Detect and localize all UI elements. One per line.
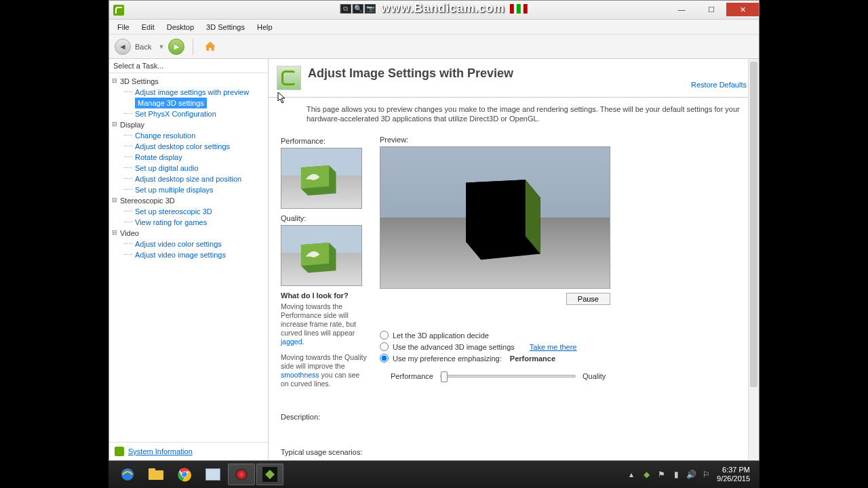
slider-label-quality: Quality — [583, 372, 606, 380]
app-icon — [113, 5, 124, 16]
tray-network-icon[interactable]: ▮ — [671, 469, 682, 480]
svg-point-4 — [182, 472, 186, 476]
nvidia-control-panel-window: — ☐ ✕ File Edit Desktop 3D Settings Help… — [108, 0, 760, 461]
quality-thumbnail — [281, 225, 362, 286]
tree-item-setup-stereo[interactable]: Set up stereoscopic 3D — [111, 206, 267, 217]
nvidia-logo-3d-icon — [294, 161, 341, 198]
maximize-button[interactable]: ☐ — [696, 3, 726, 16]
pause-button[interactable]: Pause — [566, 293, 610, 305]
bandicam-btn-icon: 🔍 — [353, 4, 363, 14]
performance-thumb-label: Performance: — [281, 137, 369, 145]
tree-item-physx[interactable]: Set PhysX Configuration — [111, 108, 267, 119]
tree-item-video-color[interactable]: Adjust video color settings — [111, 239, 267, 249]
jagged-link[interactable]: jagged — [281, 338, 302, 346]
taskbar-chrome-icon[interactable] — [171, 464, 198, 485]
back-button[interactable]: ◄ — [115, 39, 131, 55]
tree-cat-video[interactable]: Video — [111, 228, 267, 239]
help-text-2: Moving towards the Quality side will imp… — [281, 353, 369, 388]
tray-action-icon[interactable]: ⚐ — [701, 469, 711, 480]
bandicam-rec-indicator — [510, 4, 528, 14]
tree-item-manage-3d[interactable]: Manage 3D settings — [135, 98, 207, 108]
vertical-scrollbar[interactable] — [748, 59, 759, 460]
taskbar-ie-icon[interactable] — [114, 464, 141, 485]
separator — [193, 39, 193, 55]
menu-file[interactable]: File — [112, 22, 135, 33]
sidebar: Select a Task... 3D Settings Adjust imag… — [109, 59, 269, 460]
performance-thumbnail — [281, 148, 362, 209]
bandicam-watermark: ⧉ 🔍 📷 www.Bandicam.com — [340, 1, 528, 16]
menu-desktop[interactable]: Desktop — [161, 22, 199, 33]
opt-let-app-decide[interactable]: Let the 3D application decide — [380, 329, 747, 341]
opt-advanced[interactable]: Use the advanced 3D image settingsTake m… — [380, 341, 747, 352]
restore-defaults-link[interactable]: Restore Defaults — [691, 81, 747, 89]
nvidia-logo-3d-icon — [294, 238, 341, 275]
menubar: File Edit Desktop 3D Settings Help — [109, 20, 759, 35]
forward-button[interactable]: ► — [168, 39, 184, 55]
tray-up-icon[interactable]: ▴ — [626, 469, 637, 480]
mouse-cursor-icon — [277, 92, 288, 105]
tree-item-digital-audio[interactable]: Set up digital audio — [111, 163, 267, 174]
back-label: Back — [135, 43, 151, 51]
tree-item-desktop-size[interactable]: Adjust desktop size and position — [111, 174, 267, 184]
toolbar: ◄ Back ▼ ► — [109, 35, 759, 59]
bandicam-btn-icon: ⧉ — [340, 4, 351, 14]
home-icon — [203, 40, 217, 54]
tray-volume-icon[interactable]: 🔊 — [686, 469, 696, 480]
help-text-1: Moving towards the Performance side will… — [281, 302, 369, 346]
page-title: Adjust Image Settings with Preview — [308, 66, 684, 81]
taskbar-date: 9/26/2015 — [717, 474, 750, 483]
menu-help[interactable]: Help — [252, 22, 278, 33]
quality-slider-row: Performance Quality — [391, 372, 747, 380]
taskbar[interactable]: ▴ ◆ ⚑ ▮ 🔊 ⚐ 6:37 PM 9/26/2015 — [108, 461, 760, 488]
slider-thumb[interactable] — [441, 371, 448, 382]
taskbar-explorer-icon[interactable] — [142, 464, 170, 485]
quality-thumb-label: Quality: — [281, 214, 369, 222]
sidebar-header: Select a Task... — [109, 59, 268, 73]
tree-cat-display[interactable]: Display — [111, 119, 267, 130]
minimize-button[interactable]: — — [667, 3, 696, 16]
tree-cat-3d-settings[interactable]: 3D Settings — [111, 76, 267, 87]
page-icon — [277, 66, 301, 90]
main-panel: Adjust Image Settings with Preview Resto… — [269, 59, 759, 460]
settings-mode-group: Let the 3D application decide Use the ad… — [380, 329, 747, 364]
tree-item-adjust-image[interactable]: Adjust image settings with preview — [111, 87, 267, 98]
tree-item-rotate-display[interactable]: Rotate display — [111, 152, 267, 163]
opt-my-preference[interactable]: Use my preference emphasizing:Performanc… — [380, 352, 747, 364]
emphasis-value: Performance — [510, 354, 555, 363]
menu-edit[interactable]: Edit — [136, 22, 160, 33]
home-button[interactable] — [201, 39, 219, 55]
tree-item-desktop-color[interactable]: Adjust desktop color settings — [111, 141, 267, 152]
preview-3d-viewport — [380, 146, 610, 289]
tree-item-change-resolution[interactable]: Change resolution — [111, 130, 267, 141]
taskbar-bandicam-icon[interactable] — [228, 464, 255, 485]
tree-item-view-rating[interactable]: View rating for games — [111, 217, 267, 228]
tree-item-multiple-displays[interactable]: Set up multiple displays — [111, 184, 267, 195]
taskbar-app-icon[interactable] — [199, 464, 226, 485]
sysinfo-icon — [115, 447, 124, 456]
bandicam-btn-icon: 📷 — [365, 4, 376, 14]
tree-item-video-image[interactable]: Adjust video image settings — [111, 249, 267, 260]
quality-slider[interactable] — [440, 375, 576, 378]
close-button[interactable]: ✕ — [726, 3, 759, 16]
page-description: This page allows you to preview changes … — [269, 98, 759, 130]
back-dropdown-icon[interactable]: ▼ — [158, 43, 164, 50]
tray-flag-icon[interactable]: ⚑ — [656, 469, 667, 480]
help-header: What do I look for? — [281, 291, 369, 300]
system-tray[interactable]: ▴ ◆ ⚑ ▮ 🔊 ⚐ — [626, 469, 711, 480]
usage-label: Typical usage scenarios: — [269, 443, 759, 459]
bandicam-url: www.Bandicam.com — [381, 1, 505, 16]
menu-3d-settings[interactable]: 3D Settings — [201, 22, 250, 33]
svg-rect-1 — [149, 470, 163, 480]
take-me-there-link[interactable]: Take me there — [530, 343, 577, 351]
tray-nvidia-icon[interactable]: ◆ — [641, 469, 652, 480]
task-tree: 3D Settings Adjust image settings with p… — [109, 73, 268, 442]
tree-cat-stereo3d[interactable]: Stereoscopic 3D — [111, 195, 267, 206]
svg-rect-2 — [149, 468, 155, 472]
taskbar-clock[interactable]: 6:37 PM 9/26/2015 — [717, 466, 754, 483]
system-information-link[interactable]: System Information — [128, 447, 193, 455]
taskbar-nvidia-icon[interactable] — [256, 464, 283, 485]
taskbar-time: 6:37 PM — [717, 466, 750, 474]
smoothness-link[interactable]: smoothness — [281, 371, 319, 379]
preview-label: Preview: — [380, 136, 747, 144]
nvidia-logo-3d-icon — [435, 171, 557, 266]
